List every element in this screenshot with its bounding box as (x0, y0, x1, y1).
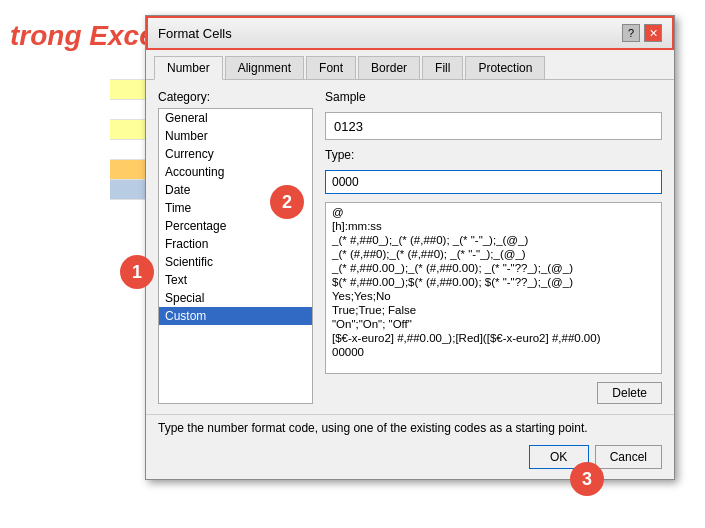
format-item[interactable]: "On";"On"; "Off" (326, 317, 661, 331)
category-label: Category: (158, 90, 313, 104)
format-item[interactable]: Yes;Yes;No (326, 289, 661, 303)
dialog-titlebar: Format Cells ? ✕ (146, 16, 674, 50)
category-text[interactable]: Text (159, 271, 312, 289)
category-number[interactable]: Number (159, 127, 312, 145)
close-button[interactable]: ✕ (644, 24, 662, 42)
category-scientific[interactable]: Scientific (159, 253, 312, 271)
type-input[interactable] (325, 170, 662, 194)
help-button[interactable]: ? (622, 24, 640, 42)
step-2-circle: 2 (270, 185, 304, 219)
format-item[interactable]: $(* #,##0.00_);$(* (#,##0.00); $(* "-"??… (326, 275, 661, 289)
tab-bar: Number Alignment Font Border Fill Protec… (146, 50, 674, 80)
tab-protection[interactable]: Protection (465, 56, 545, 79)
format-item[interactable]: True;True; False (326, 303, 661, 317)
format-item[interactable]: 00000 (326, 345, 661, 359)
dialog-title: Format Cells (158, 26, 232, 41)
format-item[interactable]: _(* #,##0.00_);_(* (#,##0.00); _(* "-"??… (326, 261, 661, 275)
tab-number[interactable]: Number (154, 56, 223, 80)
excel-title: trong Excel (0, 20, 162, 52)
format-item[interactable]: @ (326, 205, 661, 219)
category-list[interactable]: General Number Currency Accounting Date … (158, 108, 313, 404)
step-3-circle: 3 (570, 462, 604, 496)
step-1-circle: 1 (120, 255, 154, 289)
format-item[interactable]: _(* #,##0_);_(* (#,##0); _(* "-"_);_(@_) (326, 233, 661, 247)
category-custom[interactable]: Custom (159, 307, 312, 325)
tab-font[interactable]: Font (306, 56, 356, 79)
format-cells-dialog: Format Cells ? ✕ Number Alignment Font B… (145, 15, 675, 480)
format-list[interactable]: @ [h]:mm:ss _(* #,##0_);_(* (#,##0); _(*… (325, 202, 662, 374)
delete-button[interactable]: Delete (597, 382, 662, 404)
tab-alignment[interactable]: Alignment (225, 56, 304, 79)
dialog-body: Category: General Number Currency Accoun… (146, 80, 674, 414)
category-panel: Category: General Number Currency Accoun… (158, 90, 313, 404)
title-controls: ? ✕ (622, 24, 662, 42)
category-fraction[interactable]: Fraction (159, 235, 312, 253)
format-item[interactable]: [$€-x-euro2] #,##0.00_);[Red]([$€-x-euro… (326, 331, 661, 345)
delete-row: Delete (325, 382, 662, 404)
format-item[interactable]: [h]:mm:ss (326, 219, 661, 233)
sample-label: Sample (325, 90, 662, 104)
tab-border[interactable]: Border (358, 56, 420, 79)
category-general[interactable]: General (159, 109, 312, 127)
category-currency[interactable]: Currency (159, 145, 312, 163)
category-percentage[interactable]: Percentage (159, 217, 312, 235)
type-label: Type: (325, 148, 662, 162)
hint-text: Type the number format code, using one o… (158, 421, 662, 435)
category-accounting[interactable]: Accounting (159, 163, 312, 181)
right-panel: Sample 0123 Type: @ [h]:mm:ss _(* #,##0_… (325, 90, 662, 404)
tab-fill[interactable]: Fill (422, 56, 463, 79)
cancel-button[interactable]: Cancel (595, 445, 662, 469)
category-special[interactable]: Special (159, 289, 312, 307)
sample-value: 0123 (325, 112, 662, 140)
format-item[interactable]: _(* (#,##0);_(* (#,##0); _(* "-"_);_(@_) (326, 247, 661, 261)
